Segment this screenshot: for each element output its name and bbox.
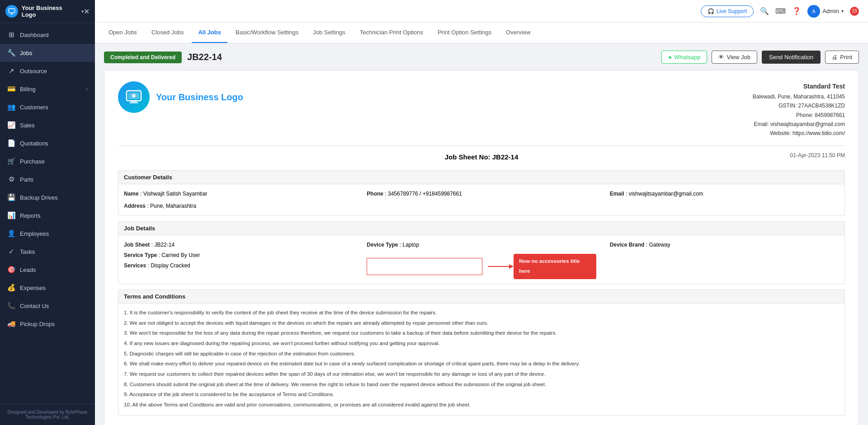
tab-label: Open Jobs <box>108 29 137 36</box>
sidebar-nav: ⊞ Dashboard 🔧 Jobs ↗ Outsource 💳 Billing… <box>0 23 95 404</box>
sidebar-footer: Designed and Developed by BytePhase Tech… <box>0 404 95 425</box>
sidebar-item-label: Employees <box>20 230 49 237</box>
customer-name-value: Vishwajit Satish Sayambar <box>143 191 208 197</box>
sidebar-item-billing[interactable]: 💳 Billing › <box>0 80 95 98</box>
sidebar-logo-text: Your Business Logo <box>22 5 78 18</box>
sales-icon: 📈 <box>7 121 15 129</box>
sidebar-item-outsource[interactable]: ↗ Outsource <box>0 62 95 80</box>
logo-icon <box>5 5 18 18</box>
customers-icon: 👥 <box>7 103 15 111</box>
tab-technician-print[interactable]: Technician Print Options <box>354 23 429 43</box>
tab-closed-jobs[interactable]: Closed Jobs <box>145 23 190 43</box>
sidebar-logo[interactable]: Your Business Logo ▾ <box>5 5 84 18</box>
job-title-area: Completed and Delivered JB22-14 <box>104 51 222 63</box>
services-field: Services : Display Cracked <box>124 261 353 271</box>
term-1: 1. It is the customer's responsibility t… <box>124 308 839 318</box>
sidebar-close-icon[interactable]: ✕ <box>84 7 90 16</box>
business-logo-area: Your Business Logo <box>118 81 243 113</box>
arrow-head <box>509 264 514 269</box>
outsource-icon: ↗ <box>7 67 15 75</box>
eye-icon: 👁 <box>718 54 724 61</box>
sidebar-item-customers[interactable]: 👥 Customers <box>0 98 95 116</box>
sidebar-item-leads[interactable]: 🎯 Leads <box>0 261 95 279</box>
sidebar-item-contact-us[interactable]: 📞 Contact Us <box>0 297 95 315</box>
sidebar-item-label: Purchase <box>20 158 45 165</box>
job-id: JB22-14 <box>187 52 222 62</box>
view-job-button[interactable]: 👁 View Job <box>712 51 757 64</box>
job-card: Your Business Logo Standard Test Balewad… <box>104 70 859 425</box>
device-type-value: Laptop <box>403 242 420 248</box>
services-label: Services <box>124 262 146 269</box>
print-button[interactable]: 🖨 Print <box>825 51 859 64</box>
customer-phone-field: Phone : 3456789776 / +918459987661 <box>367 189 596 199</box>
live-support-label: Live Support <box>717 8 747 14</box>
company-email: Email: vishwajitsayambar@gmail.com <box>753 120 845 129</box>
accessories-box <box>367 258 482 275</box>
tab-basic-workflow[interactable]: Basic/Workflow Settings <box>229 23 305 43</box>
quotations-icon: 📄 <box>7 139 15 147</box>
help-icon[interactable]: ❓ <box>792 7 801 15</box>
term-10: 10. All the above Terms and Conditions a… <box>124 400 839 410</box>
device-type-field: Device Type : Laptop <box>367 240 596 250</box>
term-4: 4. If any new issues are diagnosed durin… <box>124 339 839 348</box>
main-area: 🎧 Live Support 🔍 ⌨ ❓ A Admin ▾ 33 Open J… <box>95 0 868 425</box>
sidebar-item-jobs[interactable]: 🔧 Jobs <box>0 44 95 62</box>
device-type-label: Device Type <box>367 242 398 248</box>
send-notification-button[interactable]: Send Notification <box>762 51 821 64</box>
tab-label: Overview <box>506 29 530 36</box>
annotation-line <box>488 266 510 267</box>
job-sheet-label: Job Sheet <box>124 242 150 248</box>
sidebar-header: Your Business Logo ▾ ✕ <box>0 0 95 23</box>
sidebar-item-quotations[interactable]: 📄 Quotations <box>0 134 95 152</box>
sidebar-item-label: Contact Us <box>20 303 49 309</box>
sidebar-item-label: Quotations <box>20 140 48 147</box>
sidebar-item-pickup-drops[interactable]: 🚚 Pickup Drops <box>0 315 95 333</box>
tab-label: Technician Print Options <box>360 29 423 36</box>
sidebar-item-purchase[interactable]: 🛒 Purchase <box>0 152 95 170</box>
topbar: 🎧 Live Support 🔍 ⌨ ❓ A Admin ▾ 33 <box>95 0 868 23</box>
sidebar-item-tasks[interactable]: ✓ Tasks <box>0 243 95 261</box>
sidebar-item-sales[interactable]: 📈 Sales <box>0 116 95 134</box>
whatsapp-label: Whatsapp <box>674 54 701 61</box>
service-type-value: Carried By User <box>161 252 200 258</box>
job-details-center: Device Type : Laptop Now no acce <box>367 240 596 279</box>
device-brand-value: Gateway <box>649 242 670 248</box>
footer-text: Designed and Developed by BytePhase Tech… <box>8 410 88 420</box>
tab-all-jobs[interactable]: All Jobs <box>192 23 227 43</box>
sidebar-item-dashboard[interactable]: ⊞ Dashboard <box>0 26 95 44</box>
sidebar-item-reports[interactable]: 📊 Reports <box>0 206 95 224</box>
search-icon[interactable]: 🔍 <box>760 7 769 15</box>
company-phone: Phone: 8459987661 <box>753 111 845 120</box>
whatsapp-button[interactable]: ● Whatsapp <box>661 51 707 64</box>
keyboard-icon[interactable]: ⌨ <box>775 7 786 15</box>
customer-address-field: Address : Pune, Maharashtra <box>124 201 839 211</box>
tab-job-settings[interactable]: Job Settings <box>307 23 352 43</box>
customer-address-value: Pune, Maharashtra <box>150 203 196 209</box>
job-sheet-value: JB22-14 <box>154 242 175 248</box>
sidebar-item-expenses[interactable]: 💰 Expenses <box>0 279 95 297</box>
svg-point-3 <box>132 94 136 98</box>
tab-overview[interactable]: Overview <box>500 23 537 43</box>
sidebar-item-label: Parts <box>20 176 33 183</box>
notification-badge[interactable]: 33 <box>850 7 859 16</box>
customer-email-separator: : <box>626 191 629 197</box>
admin-menu[interactable]: A Admin ▾ <box>807 5 844 18</box>
customer-section-title: Customer Details <box>118 170 845 184</box>
company-info: Standard Test Balewadi, Pune, Maharashtr… <box>753 81 845 138</box>
view-job-label: View Job <box>726 54 750 61</box>
job-date: 01-Apr-2023 11:50 PM <box>663 152 845 159</box>
tasks-icon: ✓ <box>7 248 15 256</box>
sidebar-item-employees[interactable]: 👤 Employees <box>0 224 95 243</box>
sidebar-item-label: Sales <box>20 122 35 129</box>
company-website: Website: https://www.tidio.com/ <box>753 129 845 138</box>
purchase-icon: 🛒 <box>7 157 15 165</box>
customer-name-label: Name <box>124 191 139 197</box>
tab-print-option[interactable]: Print Option Settings <box>431 23 498 43</box>
leads-icon: 🎯 <box>7 266 15 274</box>
sidebar-item-parts[interactable]: ⚙ Parts <box>0 170 95 188</box>
sidebar-item-backup-drives[interactable]: 💾 Backup Drives <box>0 188 95 206</box>
tab-open-jobs[interactable]: Open Jobs <box>102 23 143 43</box>
term-3: 3. We won't be responsible for the loss … <box>124 328 839 338</box>
customer-phone-separator: : <box>385 191 388 197</box>
live-support-button[interactable]: 🎧 Live Support <box>701 5 754 17</box>
